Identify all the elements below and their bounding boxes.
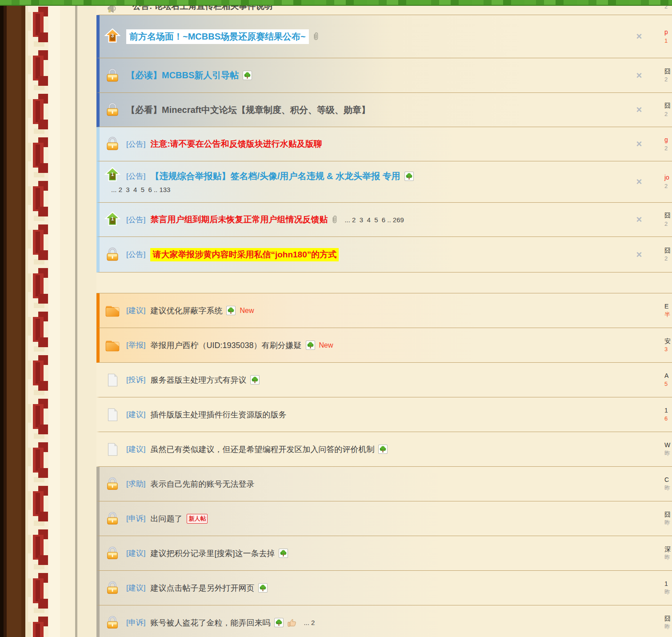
pin-level: 1 bbox=[111, 172, 114, 177]
image-attachment-icon[interactable] bbox=[243, 71, 252, 80]
thread-time: 2 bbox=[664, 6, 672, 11]
thread-author[interactable]: 囧 bbox=[664, 510, 672, 519]
thread-author[interactable]: A bbox=[664, 371, 672, 380]
thread-time: 半 bbox=[664, 311, 672, 319]
page-links[interactable]: ... 2 3 4 5 6 .. 133 bbox=[111, 186, 170, 193]
close-icon[interactable]: × bbox=[636, 138, 642, 149]
thread-time: 3 bbox=[664, 345, 672, 354]
thread-tag[interactable]: [求助] bbox=[126, 479, 145, 489]
image-attachment-icon[interactable] bbox=[258, 583, 268, 593]
lock-icon bbox=[102, 477, 123, 492]
thread-author[interactable]: C bbox=[664, 475, 672, 484]
grass-top-border bbox=[0, 0, 672, 6]
thread-title[interactable]: 公告: 论坛右上角宣传栏相关事件说明 bbox=[132, 6, 273, 12]
thread-title[interactable]: 禁言用户组到期后未恢复正常用户组情况反馈贴 bbox=[150, 214, 328, 225]
lock-icon bbox=[102, 511, 123, 526]
thread-title[interactable]: 账号被人盗花了金粒，能弄回来吗 bbox=[150, 617, 270, 628]
close-icon[interactable]: × bbox=[636, 31, 642, 42]
thread-author[interactable]: 囧 bbox=[664, 614, 672, 623]
thread-author[interactable]: 深 bbox=[664, 545, 672, 553]
thread-row: [建议] 插件版版主处理插件衍生资源版的版务 1 6 bbox=[96, 397, 672, 432]
thread-author[interactable]: 囧 bbox=[664, 101, 672, 110]
thread-author[interactable]: E bbox=[664, 302, 672, 311]
thread-title[interactable]: 举报用户西柠（UID:1935038）有刷分嫌疑 bbox=[150, 340, 301, 351]
thread-row: [建议] 建议把积分记录里[搜索]这一条去掉 深 昨 bbox=[96, 536, 672, 571]
close-icon[interactable]: × bbox=[636, 104, 642, 115]
thread-tag[interactable]: [申诉] bbox=[126, 513, 145, 524]
thread-time: 昨 bbox=[664, 588, 672, 597]
thread-tag[interactable]: [举报] bbox=[126, 340, 145, 350]
thread-title[interactable]: 服务器版主处理方式有异议 bbox=[150, 375, 246, 385]
thread-tag[interactable]: [申诉] bbox=[126, 617, 145, 628]
image-attachment-icon[interactable] bbox=[378, 445, 388, 454]
close-icon[interactable]: × bbox=[636, 249, 642, 260]
thread-author[interactable]: 囧 bbox=[664, 67, 672, 76]
close-icon[interactable]: × bbox=[636, 70, 642, 81]
image-attachment-icon[interactable] bbox=[404, 172, 414, 181]
thread-author[interactable]: 囧 bbox=[664, 246, 672, 255]
page-icon bbox=[102, 441, 123, 458]
new-label[interactable]: New bbox=[240, 307, 254, 315]
lock-icon bbox=[102, 615, 123, 630]
thread-title[interactable]: 插件版版主处理插件衍生资源版的版务 bbox=[150, 409, 286, 420]
thread-title[interactable]: 【必读】MCBBS新人引导帖 bbox=[126, 69, 239, 81]
thread-row: [建议] 建议点击帖子是另外打开网页 1 昨 bbox=[96, 571, 672, 605]
lock-icon bbox=[102, 68, 123, 84]
thread-title[interactable]: 表示自己先前的账号无法登录 bbox=[150, 479, 254, 489]
thread-title[interactable]: 建议优化屏蔽字系统 bbox=[150, 305, 222, 316]
image-attachment-icon[interactable] bbox=[306, 341, 315, 350]
thread-title[interactable]: 【必看】Minecraft中文论坛【规章制度、积分、等级、勋章】 bbox=[126, 104, 370, 116]
image-attachment-icon[interactable] bbox=[274, 618, 284, 627]
thread-row: [公告] 请大家举报涉黄内容时采用私信“john180”的方式 × 囧 2 bbox=[96, 237, 672, 272]
thread-title[interactable]: 【违规综合举报贴】签名档/头像/用户名违规 & 水龙头举报 专用 bbox=[150, 170, 400, 182]
pin-level: 3 bbox=[111, 33, 114, 38]
thread-time: 2 bbox=[664, 144, 672, 153]
thread-row: 1 [公告] 【违规综合举报贴】签名档/头像/用户名违规 & 水龙头举报 专用 … bbox=[96, 161, 672, 203]
thread-tag[interactable]: [公告] bbox=[126, 171, 145, 181]
thread-author[interactable]: W bbox=[664, 441, 672, 449]
thread-title[interactable]: 虽然已有类似建议，但还是希望编程开发区加入问答的评价机制 bbox=[150, 444, 374, 455]
thread-tag[interactable]: [建议] bbox=[126, 409, 145, 420]
thread-tag[interactable]: [公告] bbox=[126, 139, 145, 149]
page-links[interactable]: ... 2 3 4 5 6 .. 269 bbox=[344, 216, 404, 224]
thread-tag[interactable]: [建议] bbox=[126, 548, 145, 558]
page-icon bbox=[102, 406, 123, 423]
close-icon[interactable]: × bbox=[636, 176, 642, 187]
image-attachment-icon[interactable] bbox=[226, 306, 236, 315]
close-icon[interactable]: × bbox=[636, 214, 642, 225]
paperclip-icon bbox=[330, 215, 338, 224]
thread-tag[interactable]: [建议] bbox=[126, 444, 145, 454]
thread-author[interactable]: 1 bbox=[664, 406, 672, 415]
pin-level: 1 bbox=[111, 216, 114, 221]
thread-tag[interactable]: [公告] bbox=[126, 249, 145, 260]
thread-tag[interactable]: [建议] bbox=[126, 305, 145, 316]
new-label[interactable]: New bbox=[319, 341, 333, 349]
thread-author[interactable]: g bbox=[664, 135, 672, 144]
thread-author[interactable]: 安 bbox=[664, 337, 672, 345]
thread-row: 1 [公告] 禁言用户组到期后未恢复正常用户组情况反馈贴 ... 2 3 4 5… bbox=[96, 203, 672, 237]
folder-orange-icon bbox=[102, 337, 123, 354]
thread-author[interactable]: p bbox=[664, 28, 672, 36]
thread-row: [申诉] 出问题了 新人帖 囧 昨 bbox=[96, 501, 672, 536]
image-attachment-icon[interactable] bbox=[279, 549, 288, 558]
thread-author[interactable]: 1 bbox=[664, 579, 672, 588]
lock-icon bbox=[102, 247, 123, 263]
thread-title[interactable]: 建议把积分记录里[搜索]这一条去掉 bbox=[150, 548, 275, 559]
thread-time: 2 bbox=[664, 255, 672, 263]
thread-title[interactable]: 出问题了 bbox=[150, 513, 182, 524]
lock-icon bbox=[102, 546, 123, 561]
thread-author[interactable]: 囧 bbox=[664, 211, 672, 220]
thread-title[interactable]: 前方名场面！~MCBBS场景还原赛结果公布~ bbox=[126, 29, 309, 44]
thread-title[interactable]: 建议点击帖子是另外打开网页 bbox=[150, 583, 254, 593]
page-links[interactable]: ... 2 bbox=[304, 619, 315, 626]
thread-title[interactable]: 注意:请不要在公告和反馈版块进行水贴及版聊 bbox=[150, 138, 322, 150]
thread-tag[interactable]: [公告] bbox=[126, 215, 145, 225]
thread-tag[interactable]: [投诉] bbox=[126, 375, 145, 385]
left-border-strip bbox=[25, 0, 96, 637]
thread-tag[interactable]: [建议] bbox=[126, 583, 145, 593]
paperclip-icon bbox=[312, 32, 320, 41]
image-attachment-icon[interactable] bbox=[250, 375, 260, 385]
thread-title[interactable]: 请大家举报涉黄内容时采用私信“john180”的方式 bbox=[150, 248, 339, 261]
thread-author[interactable]: jo bbox=[664, 173, 672, 182]
lock-icon bbox=[102, 136, 123, 152]
